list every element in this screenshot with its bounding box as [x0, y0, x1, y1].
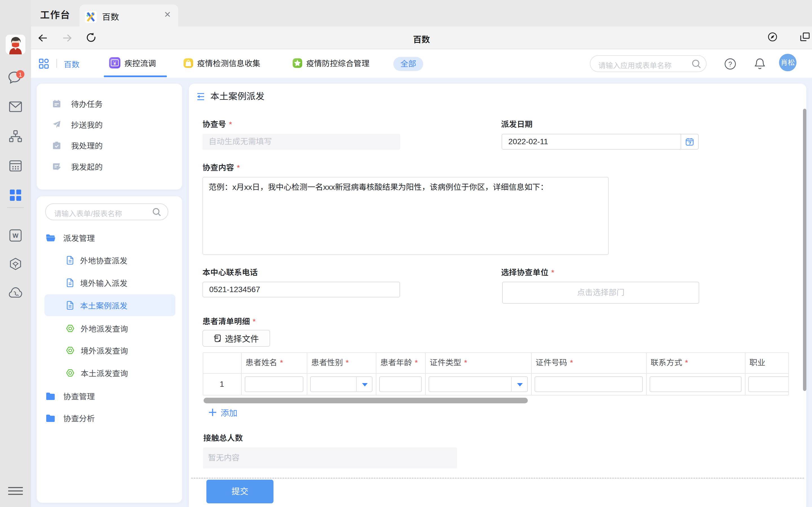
svg-text:¥: ¥: [113, 60, 116, 66]
svg-text:1: 1: [18, 71, 22, 78]
svg-text:?: ?: [728, 61, 732, 68]
svg-text:W: W: [13, 232, 18, 239]
